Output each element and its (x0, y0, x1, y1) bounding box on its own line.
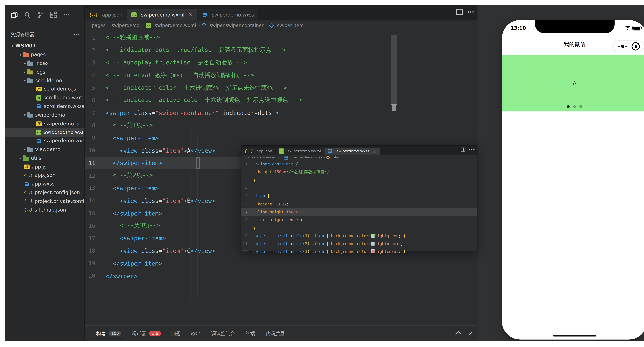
code-line-11[interactable]: 11swiper-item:nth-child(2) .item { backg… (241, 240, 477, 248)
indicator-dot[interactable] (580, 105, 582, 108)
close-panel-icon[interactable]: × (468, 330, 473, 336)
line-number: 7 (85, 110, 106, 116)
breadcrumb-item-pages[interactable]: pages (92, 23, 106, 28)
scroll-marker-knob (392, 105, 396, 111)
close-tab-icon[interactable]: × (372, 148, 377, 154)
search-icon[interactable] (24, 11, 31, 19)
breadcrumb-item-swiperdemo[interactable]: swiperdemo (112, 23, 140, 28)
breadcrumb-item-item[interactable]: .item (326, 155, 342, 159)
tree-item-scrolldemo[interactable]: ▾scrolldemo (5, 76, 84, 85)
breadcrumb-item-swiper-item[interactable]: swiper-item (270, 23, 304, 28)
bottom-tab-问题[interactable]: 问题 (171, 325, 181, 341)
tree-item-swiperdemo-wxss[interactable]: swiperdemo.wxss (5, 137, 84, 145)
breadcrumb-item-swiperdemo[interactable]: swiperdemo (260, 155, 279, 159)
bottom-tab-终端[interactable]: 终端 (246, 325, 255, 341)
code-line-2[interactable]: 2<!--indicator-dots true/false 是否显示面板指示点… (85, 44, 477, 56)
bottom-tab-调试控制台[interactable]: 调试控制台 (211, 325, 235, 341)
editor-more-icon[interactable] (469, 149, 474, 150)
collapse-panel-icon[interactable] (456, 331, 462, 337)
more-icon[interactable] (62, 11, 70, 19)
indicator-dot[interactable] (573, 105, 576, 108)
tree-item-scrolldemo-wxss[interactable]: scrolldemo.wxss (5, 102, 84, 111)
bottom-tab-构建[interactable]: 构建100 (96, 325, 121, 341)
git-branch-icon[interactable] (36, 11, 44, 19)
breadcrumb-item-swiperdemo-wxss[interactable]: swiperdemo.wxss (284, 155, 322, 160)
bottom-tab-代码质量[interactable]: 代码质量 (266, 325, 285, 341)
code-line-3[interactable]: 3<!-- autoplay true/false 是否自动播放 --> (85, 57, 477, 69)
files-icon[interactable] (10, 11, 18, 19)
code-line-5[interactable]: 5<!-- indicator-color 十六进制颜色 指示点未选中颜色 --… (85, 82, 477, 94)
code-line-5[interactable]: 5.item { (241, 192, 477, 200)
tree-item-scrolldemo-wxml[interactable]: <>scrolldemo.wxml (5, 94, 84, 102)
code-line-20[interactable]: 20</swiper> (85, 269, 477, 282)
tree-item-app-wxss[interactable]: app.wxss (5, 180, 84, 188)
tree-item-swiperdemo-js[interactable]: JSswiperdemo.js (5, 119, 84, 128)
home-indicator[interactable] (553, 334, 596, 336)
tree-item-project-private-config-js[interactable]: {..}project.private.config.js… (5, 197, 84, 206)
breadcrumb-item-pages[interactable]: pages (245, 155, 255, 159)
tree-item-swiperdemo-wxml[interactable]: <>swiperdemo.wxml (5, 128, 84, 137)
split-editor-icon[interactable] (456, 9, 463, 15)
tree-item-swiperdemo[interactable]: ▾swiperdemo (5, 111, 84, 119)
code-line-4[interactable]: 4 (241, 184, 477, 192)
explorer-more-icon[interactable] (74, 34, 79, 35)
indicator-dot-active[interactable] (567, 105, 570, 108)
code-line-1[interactable]: 1<!--轮播图区域--> (85, 31, 477, 44)
tree-item-app-json[interactable]: {..}app.json (5, 171, 84, 180)
exit-miniprogram-button[interactable] (632, 42, 640, 51)
json-file-icon: {..} (89, 13, 98, 17)
code-line-6[interactable]: 6 height: 100%; (241, 200, 477, 208)
tree-item-project-config-json[interactable]: {..}project.config.json (5, 188, 84, 197)
tree-item-label: pages (31, 52, 46, 58)
code-line-9[interactable]: 9 <swiper-item> (85, 132, 477, 144)
code-line-6[interactable]: 6<!-- indicator-active-color 十六进制颜色 指示点选… (85, 94, 477, 107)
code-line-8[interactable]: 8 text-align: center; (241, 216, 477, 224)
close-tab-icon[interactable]: × (188, 12, 193, 18)
tree-item-index[interactable]: ▸index (5, 59, 84, 68)
js-file-icon: JS (36, 87, 42, 92)
folder-icon (28, 70, 33, 75)
tree-item-pages[interactable]: ▾pages (5, 50, 84, 59)
code-line-12[interactable]: 12swiper-item:nth-child(3) .item { backg… (241, 248, 477, 256)
screenshot-root: 资源管理器 ▾WSM01▾pages▸index▸logs▾scrolldemo… (0, 0, 644, 347)
breadcrumb-item-swiper-swiper-container[interactable]: swiper.swiper-container (202, 23, 264, 28)
code-line-9[interactable]: 9} (241, 224, 477, 232)
tree-item-logs[interactable]: ▸logs (5, 68, 84, 76)
wxss-code-editor[interactable]: 1.swiper-container {2 height:150px;/*轮播图… (241, 160, 477, 256)
code-line-4[interactable]: 4<!-- interval 数字（ms） 自动播放间隔时间 --> (85, 69, 477, 82)
json-file-icon: {..} (24, 173, 32, 177)
code-line-3[interactable]: 3} (241, 176, 477, 184)
line-number: 14 (85, 197, 106, 204)
code-line-10[interactable]: 10swiper-item:nth-child(1) .item { backg… (241, 232, 477, 240)
bottom-tab-输出[interactable]: 输出 (191, 325, 201, 341)
code-line-7[interactable]: 7 line-height:150px; (241, 208, 477, 216)
tab-swiperdemo-wxss[interactable]: swiperdemo.wxss (198, 9, 259, 21)
tree-item-app-js[interactable]: JSapp.js (5, 162, 84, 171)
code-line-7[interactable]: 7<swiper class="swiper-container" indica… (85, 107, 477, 119)
tree-item-utils[interactable]: ▸utils (5, 154, 84, 162)
tab-app-json[interactable]: {..}app.json (241, 148, 276, 155)
more-menu-button[interactable] (618, 45, 627, 48)
code-line-1[interactable]: 1.swiper-container { (241, 160, 477, 168)
bottom-tab-调试器[interactable]: 调试器1,6 (132, 325, 161, 341)
editor-more-icon[interactable] (468, 11, 474, 13)
tree-item-sitemap-json[interactable]: {..}sitemap.json (5, 205, 84, 214)
split-editor-icon[interactable] (461, 148, 466, 152)
code-line-8[interactable]: 8 <!--第1项--> (85, 119, 477, 132)
tab-swiperdemo-wxml[interactable]: <>swiperdemo.wxml (276, 148, 324, 155)
code-line-19[interactable]: 19 </swiper-item> (85, 257, 477, 269)
tree-item-viewdemo[interactable]: ▸viewdemo (5, 145, 84, 154)
tree-item-scrolldemo-js[interactable]: JSscrolldemo.js (5, 85, 84, 94)
extensions-icon[interactable] (50, 11, 58, 19)
tab-swiperdemo-wxss[interactable]: swiperdemo.wxss× (324, 148, 380, 155)
tab-app-json[interactable]: {..}app.json (85, 9, 127, 21)
breadcrumb-item-swiperdemo-wxml[interactable]: <>swiperdemo.wxml (146, 23, 196, 28)
wxss-file-icon (202, 12, 208, 18)
editor-scrollbar[interactable] (391, 35, 397, 104)
tab-swiperdemo-wxml[interactable]: <>swiperdemo.wxml× (127, 9, 198, 21)
tree-item-wsm01[interactable]: ▾WSM01 (5, 42, 84, 50)
swiper-region[interactable]: A (502, 55, 644, 111)
file-tree: ▾WSM01▾pages▸index▸logs▾scrolldemoJSscro… (5, 42, 84, 214)
line-number: 19 (85, 260, 106, 266)
code-line-2[interactable]: 2 height:150px;/*轮播图容器的高度*/ (241, 168, 477, 176)
